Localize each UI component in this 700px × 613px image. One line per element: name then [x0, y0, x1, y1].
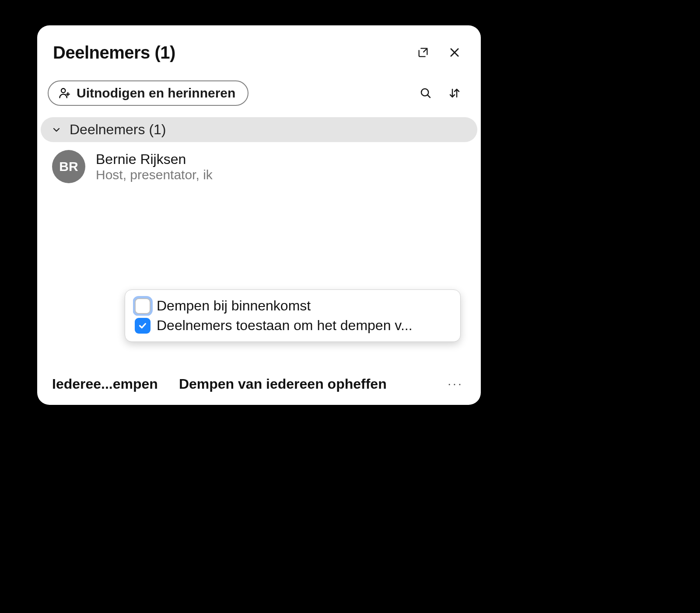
- option-mute-on-entry[interactable]: Dempen bij binnenkomst: [133, 296, 452, 316]
- sort-button[interactable]: [444, 83, 465, 104]
- participant-text: Bernie Rijksen Host, presentator, ik: [96, 151, 213, 182]
- unmute-all-button[interactable]: Dempen van iedereen opheffen: [179, 376, 387, 392]
- add-person-icon: [58, 87, 70, 99]
- invite-button-label: Uitnodigen en herinneren: [77, 86, 235, 101]
- participant-subtitle: Host, presentator, ik: [96, 167, 213, 182]
- sort-icon: [448, 87, 461, 100]
- participants-panel: Deelnemers (1) Uitnodigen en herinne: [37, 25, 481, 405]
- option-mute-on-entry-label: Dempen bij binnenkomst: [157, 298, 311, 314]
- avatar: BR: [52, 150, 85, 183]
- more-icon: ···: [448, 377, 463, 391]
- section-label: Deelnemers (1): [70, 122, 166, 138]
- mute-all-button[interactable]: Iederee...empen: [52, 376, 158, 392]
- chevron-down-icon: [51, 125, 62, 135]
- check-icon: [138, 321, 147, 331]
- checkbox-checked[interactable]: [135, 318, 150, 334]
- participant-name: Bernie Rijksen: [96, 151, 213, 167]
- panel-title: Deelnemers (1): [53, 43, 402, 63]
- more-options-button[interactable]: ···: [445, 373, 466, 394]
- participants-section-header[interactable]: Deelnemers (1): [41, 117, 477, 142]
- avatar-initials: BR: [59, 159, 78, 174]
- search-button[interactable]: [415, 83, 436, 104]
- footer: Iederee...empen Dempen van iedereen ophe…: [37, 368, 481, 405]
- option-allow-unmute[interactable]: Deelnemers toestaan om het dempen v...: [133, 316, 452, 335]
- close-button[interactable]: [444, 42, 465, 63]
- checkbox-unchecked[interactable]: [135, 298, 150, 314]
- invite-button[interactable]: Uitnodigen en herinneren: [48, 80, 248, 106]
- svg-point-2: [61, 89, 65, 93]
- participant-row[interactable]: BR Bernie Rijksen Host, presentator, ik: [37, 144, 481, 189]
- pop-out-icon: [417, 46, 429, 59]
- close-icon: [448, 46, 461, 59]
- pop-out-button[interactable]: [413, 42, 434, 63]
- panel-header: Deelnemers (1): [37, 25, 481, 71]
- mute-options-popup: Dempen bij binnenkomst Deelnemers toesta…: [125, 289, 461, 342]
- toolbar: Uitnodigen en herinneren: [37, 71, 481, 115]
- svg-line-6: [427, 95, 430, 98]
- option-allow-unmute-label: Deelnemers toestaan om het dempen v...: [157, 317, 413, 334]
- search-icon: [419, 87, 432, 100]
